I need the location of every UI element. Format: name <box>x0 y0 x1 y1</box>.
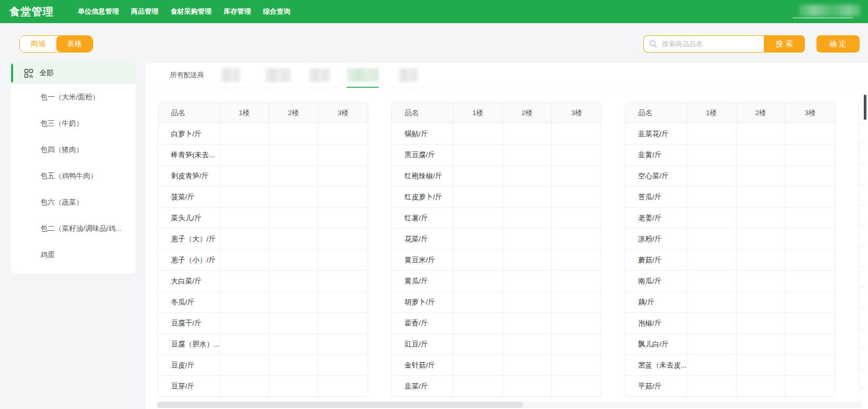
floor-2-qty-cell[interactable] <box>503 334 552 354</box>
floor-3-qty-cell[interactable] <box>785 376 835 396</box>
floor-2-qty-cell[interactable] <box>269 124 319 144</box>
floor-1-qty-cell[interactable] <box>687 292 736 312</box>
vertical-scrollbar-thumb[interactable] <box>864 95 866 120</box>
floor-2-qty-cell[interactable] <box>269 208 319 228</box>
sidebar-item-4[interactable]: 包五（鸡鸭牛肉） <box>11 163 136 189</box>
supplier-chip-blurred-5[interactable] <box>398 68 418 82</box>
floor-3-qty-cell[interactable] <box>318 271 368 291</box>
floor-3-qty-cell[interactable] <box>785 166 835 186</box>
floor-2-qty-cell[interactable] <box>269 166 319 186</box>
floor-2-qty-cell[interactable] <box>736 292 786 312</box>
floor-2-qty-cell[interactable] <box>736 166 786 186</box>
floor-3-qty-cell[interactable] <box>785 208 835 228</box>
floor-1-qty-cell[interactable] <box>220 145 269 165</box>
sidebar-item-3[interactable]: 包四（猪肉） <box>11 137 136 163</box>
floor-3-qty-cell[interactable] <box>318 187 368 207</box>
floor-3-qty-cell[interactable] <box>785 271 835 291</box>
supplier-chip-blurred-4[interactable] <box>347 68 379 82</box>
tab-table[interactable]: 表格 <box>56 36 93 52</box>
floor-1-qty-cell[interactable] <box>453 229 503 249</box>
floor-3-qty-cell[interactable] <box>318 145 368 165</box>
floor-1-qty-cell[interactable] <box>220 124 269 144</box>
floor-3-qty-cell[interactable] <box>785 334 835 354</box>
floor-2-qty-cell[interactable] <box>503 208 552 228</box>
nav-item-3[interactable]: 食材采购管理 <box>170 7 211 16</box>
floor-2-qty-cell[interactable] <box>503 376 552 396</box>
floor-1-qty-cell[interactable] <box>453 292 503 312</box>
floor-3-qty-cell[interactable] <box>785 250 835 270</box>
horizontal-scrollbar-thumb[interactable] <box>157 402 523 408</box>
floor-2-qty-cell[interactable] <box>503 355 552 375</box>
floor-3-qty-cell[interactable] <box>552 208 601 228</box>
floor-3-qty-cell[interactable] <box>785 145 835 165</box>
floor-2-qty-cell[interactable] <box>736 355 786 375</box>
supplier-chip-blurred-1[interactable] <box>221 68 240 82</box>
nav-item-5[interactable]: 综合查询 <box>263 7 290 16</box>
floor-3-qty-cell[interactable] <box>318 334 368 354</box>
floor-2-qty-cell[interactable] <box>503 229 552 249</box>
floor-3-qty-cell[interactable] <box>785 124 835 144</box>
floor-2-qty-cell[interactable] <box>736 250 786 270</box>
floor-1-qty-cell[interactable] <box>453 313 503 333</box>
floor-3-qty-cell[interactable] <box>552 229 601 249</box>
floor-2-qty-cell[interactable] <box>736 376 786 396</box>
floor-3-qty-cell[interactable] <box>552 355 601 375</box>
floor-1-qty-cell[interactable] <box>220 187 269 207</box>
floor-2-qty-cell[interactable] <box>269 229 319 249</box>
floor-2-qty-cell[interactable] <box>269 313 319 333</box>
floor-1-qty-cell[interactable] <box>687 355 736 375</box>
nav-item-1[interactable]: 单位信息管理 <box>78 7 119 16</box>
supplier-chip-blurred-2[interactable] <box>265 68 291 82</box>
floor-2-qty-cell[interactable] <box>503 292 552 312</box>
floor-1-qty-cell[interactable] <box>220 313 269 333</box>
floor-3-qty-cell[interactable] <box>318 229 368 249</box>
floor-3-qty-cell[interactable] <box>785 229 835 249</box>
supplier-all-label[interactable]: 所有配送商 <box>170 70 204 80</box>
floor-1-qty-cell[interactable] <box>220 376 269 396</box>
floor-1-qty-cell[interactable] <box>453 334 503 354</box>
floor-1-qty-cell[interactable] <box>453 124 503 144</box>
floor-3-qty-cell[interactable] <box>785 313 835 333</box>
floor-2-qty-cell[interactable] <box>503 166 552 186</box>
floor-1-qty-cell[interactable] <box>220 250 269 270</box>
floor-1-qty-cell[interactable] <box>220 208 269 228</box>
floor-2-qty-cell[interactable] <box>269 355 319 375</box>
floor-1-qty-cell[interactable] <box>687 229 736 249</box>
floor-2-qty-cell[interactable] <box>503 124 552 144</box>
floor-2-qty-cell[interactable] <box>736 145 786 165</box>
floor-1-qty-cell[interactable] <box>687 250 736 270</box>
floor-2-qty-cell[interactable] <box>269 250 319 270</box>
floor-3-qty-cell[interactable] <box>785 292 835 312</box>
floor-1-qty-cell[interactable] <box>453 145 503 165</box>
floor-1-qty-cell[interactable] <box>453 355 503 375</box>
floor-2-qty-cell[interactable] <box>269 187 319 207</box>
sidebar-item-5[interactable]: 包六（蔬菜） <box>11 189 136 216</box>
floor-3-qty-cell[interactable] <box>318 355 368 375</box>
floor-1-qty-cell[interactable] <box>687 208 736 228</box>
floor-3-qty-cell[interactable] <box>318 376 368 396</box>
search-input[interactable] <box>661 39 752 48</box>
floor-2-qty-cell[interactable] <box>736 271 786 291</box>
floor-2-qty-cell[interactable] <box>269 271 319 291</box>
floor-1-qty-cell[interactable] <box>687 145 736 165</box>
floor-3-qty-cell[interactable] <box>552 250 601 270</box>
floor-3-qty-cell[interactable] <box>552 145 601 165</box>
floor-2-qty-cell[interactable] <box>503 271 552 291</box>
floor-1-qty-cell[interactable] <box>687 313 736 333</box>
floor-1-qty-cell[interactable] <box>220 229 269 249</box>
floor-3-qty-cell[interactable] <box>552 187 601 207</box>
floor-2-qty-cell[interactable] <box>736 313 786 333</box>
floor-1-qty-cell[interactable] <box>687 187 736 207</box>
floor-1-qty-cell[interactable] <box>687 376 736 396</box>
floor-3-qty-cell[interactable] <box>785 355 835 375</box>
floor-1-qty-cell[interactable] <box>453 187 503 207</box>
floor-2-qty-cell[interactable] <box>269 145 319 165</box>
nav-item-2[interactable]: 商品管理 <box>131 7 158 16</box>
floor-1-qty-cell[interactable] <box>220 355 269 375</box>
floor-1-qty-cell[interactable] <box>687 166 736 186</box>
sidebar-item-6[interactable]: 包二（菜籽油/调味品/鸡... <box>11 216 136 242</box>
floor-3-qty-cell[interactable] <box>318 313 368 333</box>
floor-1-qty-cell[interactable] <box>453 208 503 228</box>
floor-1-qty-cell[interactable] <box>687 334 736 354</box>
floor-2-qty-cell[interactable] <box>269 334 319 354</box>
